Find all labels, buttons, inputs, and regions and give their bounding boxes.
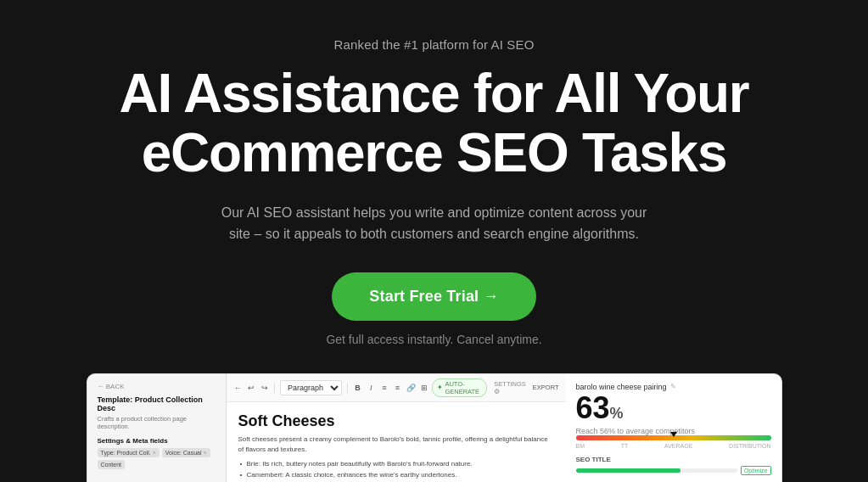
- score-bar: [576, 435, 771, 440]
- score-label-dist: DISTRIBUTION: [729, 443, 770, 449]
- seo-score-fill: [576, 468, 681, 473]
- tag-content: Content: [98, 460, 126, 469]
- start-trial-button[interactable]: Start Free Trial →: [332, 272, 535, 321]
- auto-generate-badge[interactable]: ✦ AUTO-GENERATE: [432, 378, 487, 397]
- editor-paragraph: Soft cheeses present a creamy complement…: [238, 434, 554, 455]
- editor-bullet-2: Camembert: A classic choice, enhances th…: [238, 470, 554, 481]
- editor-content[interactable]: Soft Cheeses Soft cheeses present a crea…: [227, 402, 566, 482]
- analytics-panel: barolo wine cheese pairing ✎ 63% Reach 5…: [566, 373, 782, 482]
- seo-score-bar: [576, 468, 737, 473]
- tag-list: Type: Product Coll. × Voice: Casual × Co…: [98, 448, 216, 469]
- redo-icon[interactable]: ↪: [260, 381, 270, 395]
- score-labels: BM TT AVERAGE DISTRIBUTION: [576, 443, 771, 449]
- settings-section-label: Settings & Meta fields: [98, 437, 216, 445]
- separator: [347, 383, 348, 393]
- score-label-low: BM: [576, 443, 585, 449]
- tag-label: Voice: Casual: [165, 450, 202, 456]
- score-label-avg: AVERAGE: [664, 443, 692, 449]
- tag-remove-icon[interactable]: ×: [204, 450, 207, 456]
- tag-voice[interactable]: Voice: Casual ×: [162, 448, 210, 457]
- cta-sub-text: Get full access instantly. Cancel anytim…: [326, 333, 541, 346]
- back-icon[interactable]: ←: [233, 381, 244, 395]
- hero-subtitle: Our AI SEO assistant helps you write and…: [214, 202, 655, 245]
- editor-panel: ← ↩ ↪ Paragraph B I ≡ ≡ 🔗 ⊞ ✦ AUTO-GENER…: [227, 373, 566, 482]
- edit-icon[interactable]: ✎: [670, 383, 676, 390]
- preview-container: ← BACK Template: Product Collection Desc…: [87, 373, 782, 482]
- seo-section-title: SEO TITLE: [576, 456, 771, 463]
- editor-toolbar: ← ↩ ↪ Paragraph B I ≡ ≡ 🔗 ⊞ ✦ AUTO-GENER…: [227, 374, 566, 402]
- ranked-badge: Ranked the #1 platform for AI SEO: [334, 37, 535, 52]
- tag-remove-icon[interactable]: ×: [153, 450, 156, 456]
- template-subtitle: Crafts a product collection page descrip…: [98, 415, 216, 430]
- italic-icon[interactable]: I: [366, 381, 376, 395]
- tag-label: Type: Product Coll.: [101, 450, 151, 456]
- tag-product[interactable]: Type: Product Coll. ×: [98, 448, 160, 457]
- hero-section: Ranked the #1 platform for AI SEO AI Ass…: [0, 0, 868, 373]
- tag-label: Content: [101, 462, 122, 468]
- score-label-tt: TT: [621, 443, 629, 449]
- template-title: Template: Product Collection Desc: [98, 395, 216, 412]
- link-icon[interactable]: 🔗: [406, 381, 416, 395]
- settings-button[interactable]: SETTINGS ⚙: [494, 380, 526, 395]
- back-link[interactable]: ← BACK: [98, 383, 216, 390]
- main-heading: AI Assistance for All Your eCommerce SEO…: [119, 64, 748, 183]
- auto-generate-icon: ✦: [437, 384, 443, 391]
- template-panel: ← BACK Template: Product Collection Desc…: [87, 373, 227, 482]
- table-icon[interactable]: ⊞: [419, 381, 429, 395]
- export-button[interactable]: EXPORT: [533, 384, 559, 391]
- editor-heading: Soft Cheeses: [238, 412, 554, 430]
- score-marker: [670, 432, 677, 437]
- unordered-list-icon[interactable]: ≡: [379, 381, 389, 395]
- seo-title-row: Optimize: [576, 466, 771, 475]
- optimize-button[interactable]: Optimize: [741, 466, 771, 475]
- undo-icon[interactable]: ↩: [246, 381, 256, 395]
- auto-generate-label: AUTO-GENERATE: [445, 380, 482, 395]
- analytics-score: 63%: [576, 393, 771, 423]
- editor-bullet-1: Brie: Its rich, buttery notes pair beaut…: [238, 459, 554, 470]
- style-dropdown[interactable]: Paragraph: [280, 380, 342, 395]
- ordered-list-icon[interactable]: ≡: [393, 381, 403, 395]
- bold-icon[interactable]: B: [353, 381, 363, 395]
- separator: [274, 383, 275, 393]
